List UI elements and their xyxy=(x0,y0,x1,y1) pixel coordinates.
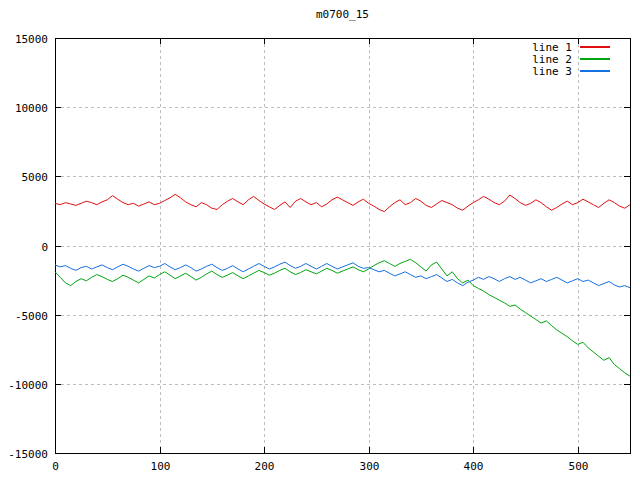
legend-line-sample-blue xyxy=(580,70,610,72)
svg-text:400: 400 xyxy=(464,460,484,473)
svg-text:-5000: -5000 xyxy=(15,310,48,323)
svg-text:0: 0 xyxy=(52,460,59,473)
legend-label-line-3: line 3 xyxy=(532,65,572,78)
svg-text:0: 0 xyxy=(41,241,48,254)
svg-text:15000: 15000 xyxy=(15,33,48,46)
legend-item: line 3 xyxy=(532,65,610,77)
svg-text:300: 300 xyxy=(360,460,380,473)
svg-text:10000: 10000 xyxy=(15,102,48,115)
svg-text:-10000: -10000 xyxy=(8,379,48,392)
svg-text:100: 100 xyxy=(151,460,171,473)
svg-text:500: 500 xyxy=(569,460,589,473)
legend-line-sample-red xyxy=(580,46,610,48)
legend-item: line 1 xyxy=(532,41,610,53)
svg-text:5000: 5000 xyxy=(22,171,49,184)
legend-item: line 2 xyxy=(532,53,610,65)
svg-text:200: 200 xyxy=(255,460,275,473)
svg-text:-15000: -15000 xyxy=(8,448,48,461)
legend-line-sample-green xyxy=(580,58,610,60)
line-chart: m0700_15 -15000-10000-500005000100001500… xyxy=(0,0,640,480)
legend: line 1 line 2 line 3 xyxy=(532,41,610,77)
